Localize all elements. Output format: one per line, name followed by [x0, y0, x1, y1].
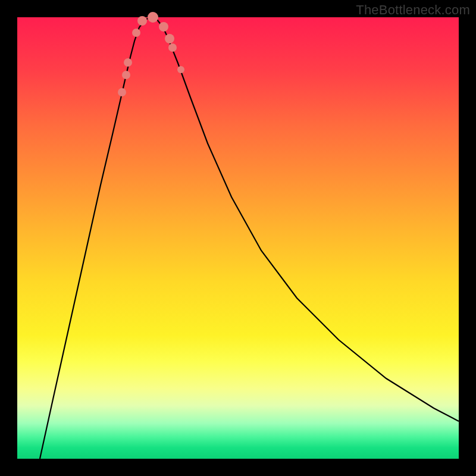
data-point: [168, 43, 177, 52]
data-point: [165, 34, 174, 43]
plot-area: [17, 17, 459, 459]
watermark-text: TheBottleneck.com: [356, 2, 470, 18]
data-point: [122, 71, 130, 79]
data-point: [148, 12, 158, 23]
outer-frame: TheBottleneck.com: [0, 0, 476, 476]
data-point: [118, 88, 126, 96]
data-point: [124, 58, 132, 67]
bottleneck-curve: [40, 17, 459, 459]
data-point: [132, 29, 140, 37]
data-point: [177, 66, 184, 73]
data-point: [137, 16, 147, 26]
data-point: [159, 22, 168, 32]
chart-svg: [17, 17, 459, 459]
